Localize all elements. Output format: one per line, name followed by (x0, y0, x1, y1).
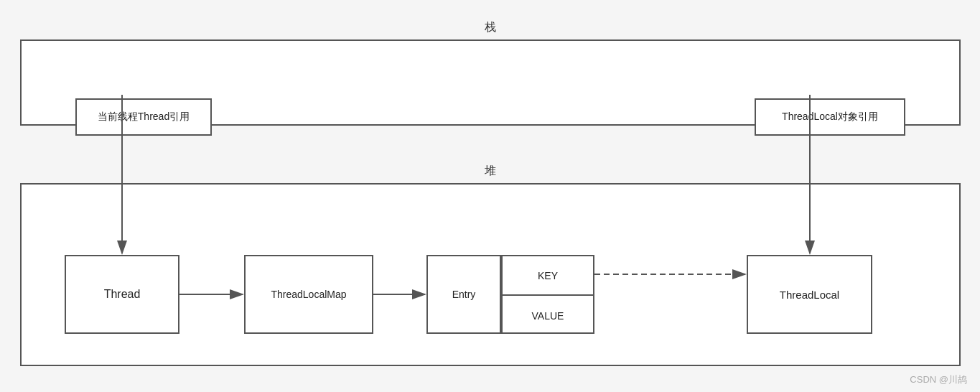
value-cell: VALUE (503, 296, 593, 335)
heap-label: 堆 (485, 164, 496, 179)
node-tlmap: ThreadLocalMap (244, 255, 373, 334)
node-entry: Entry (426, 255, 501, 334)
node-thread: Thread (65, 255, 179, 334)
node-kv: KEY VALUE (501, 255, 594, 334)
node-threadlocal: ThreadLocal (747, 255, 872, 334)
watermark: CSDN @川鸪 (910, 373, 967, 386)
diagram-container: 栈 当前线程Thread引用 ThreadLocal对象引用 堆 Thread … (0, 0, 980, 392)
threadlocal-ref-box: ThreadLocal对象引用 (755, 98, 905, 136)
key-cell: KEY (503, 256, 593, 296)
thread-ref-box: 当前线程Thread引用 (75, 98, 212, 136)
stack-label: 栈 (485, 20, 496, 35)
stack-box: 当前线程Thread引用 ThreadLocal对象引用 (20, 39, 961, 126)
